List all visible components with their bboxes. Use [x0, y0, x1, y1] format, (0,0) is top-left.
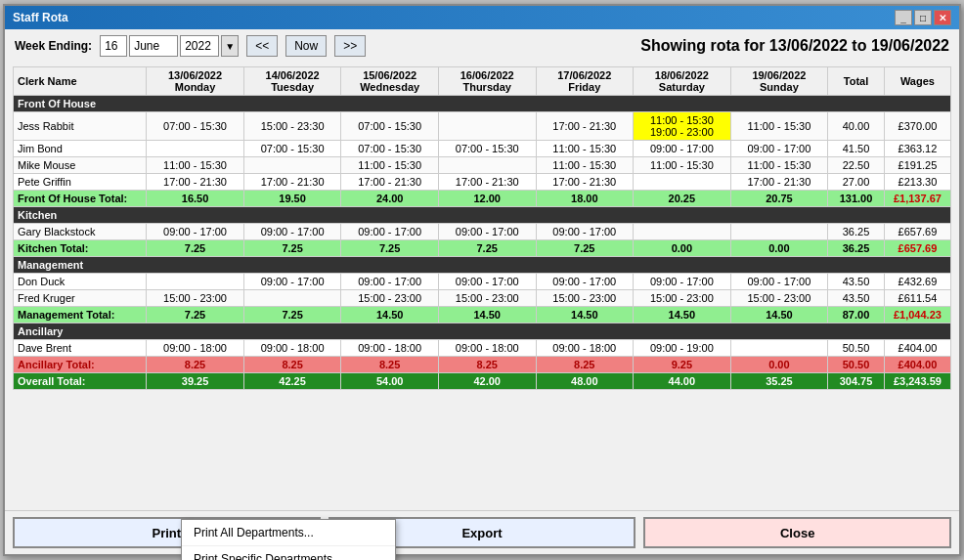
cell-jim-tue: 07:00 - 15:30: [243, 141, 341, 157]
cell-gary-wed: 09:00 - 17:00: [341, 224, 439, 240]
section-anc: Ancillary: [14, 323, 951, 340]
foh-total-total: 131.00: [828, 191, 885, 207]
cell-dave-wages: £404.00: [884, 340, 950, 357]
kitchen-total-mon: 7.25: [147, 240, 244, 257]
nav-next-button[interactable]: >>: [334, 35, 366, 57]
section-mgmt-label: Management: [14, 257, 951, 274]
overall-tue: 42.25: [243, 373, 341, 390]
foh-total-label: Front Of House Total:: [14, 191, 147, 207]
table-row: Mike Mouse 11:00 - 15:30 11:00 - 15:30 1…: [14, 157, 951, 174]
col-sun: 19/06/2022Sunday: [730, 67, 828, 96]
col-clerk-name: Clerk Name: [14, 67, 147, 96]
mgmt-total-sun: 14.50: [730, 307, 828, 323]
mgmt-total-label: Management Total:: [14, 307, 147, 323]
anc-total-wed: 8.25: [341, 357, 439, 373]
overall-thu: 42.00: [438, 373, 536, 390]
kitchen-total-sun: 0.00: [730, 240, 828, 257]
cell-dave-total: 50.50: [828, 340, 885, 357]
kitchen-total-sat: 0.00: [634, 240, 731, 257]
kitchen-total-fri: 7.25: [536, 240, 634, 257]
cell-pete-fri: 17:00 - 21:30: [536, 174, 634, 191]
cell-don-thu: 09:00 - 17:00: [438, 274, 536, 290]
cell-jim-mon: [147, 141, 244, 157]
anc-total-label: Ancillary Total:: [14, 357, 147, 373]
cell-don-fri: 09:00 - 17:00: [536, 274, 634, 290]
cell-jess-thu: [438, 112, 536, 141]
overall-total-label: Overall Total:: [14, 373, 147, 390]
cell-pete-wed: 17:00 - 21:30: [341, 174, 439, 191]
anc-total-row: Ancillary Total: 8.25 8.25 8.25 8.25 8.2…: [14, 357, 951, 373]
cell-jess-sun: 11:00 - 15:30: [730, 112, 828, 141]
date-inputs: ▼: [100, 35, 239, 57]
nav-now-button[interactable]: Now: [285, 35, 327, 57]
overall-sat: 44.00: [634, 373, 731, 390]
clerk-name: Fred Kruger: [14, 290, 147, 307]
cell-gary-thu: 09:00 - 17:00: [438, 224, 536, 240]
section-anc-label: Ancillary: [14, 323, 951, 340]
cell-don-total: 43.50: [828, 274, 885, 290]
cell-mike-thu: [438, 157, 536, 174]
date-picker-button[interactable]: ▼: [221, 35, 239, 57]
anc-total-tue: 8.25: [243, 357, 341, 373]
anc-total-fri: 8.25: [536, 357, 634, 373]
cell-gary-wages: £657.69: [884, 224, 950, 240]
week-ending-label: Week Ending:: [15, 39, 92, 53]
print-all-departments-item[interactable]: Print All Departments...: [182, 520, 395, 546]
day-input[interactable]: [100, 35, 127, 57]
table-header-row: Clerk Name 13/06/2022Monday 14/06/2022Tu…: [14, 67, 951, 96]
table-row: Jess Rabbit 07:00 - 15:30 15:00 - 23:30 …: [14, 112, 951, 141]
mgmt-total-mon: 7.25: [147, 307, 244, 323]
mgmt-total-total: 87.00: [828, 307, 885, 323]
cell-pete-total: 27.00: [828, 174, 885, 191]
section-mgmt: Management: [14, 257, 951, 274]
col-total: Total: [828, 67, 885, 96]
maximize-button[interactable]: □: [914, 10, 932, 25]
kitchen-total-row: Kitchen Total: 7.25 7.25 7.25 7.25 7.25 …: [14, 240, 951, 257]
month-input[interactable]: [129, 35, 178, 57]
cell-pete-tue: 17:00 - 21:30: [243, 174, 341, 191]
cell-jim-sun: 09:00 - 17:00: [730, 141, 828, 157]
cell-gary-mon: 09:00 - 17:00: [147, 224, 244, 240]
cell-mike-sat: 11:00 - 15:30: [634, 157, 731, 174]
anc-total-wages: £404.00: [884, 357, 950, 373]
mgmt-total-fri: 14.50: [536, 307, 634, 323]
foh-total-row: Front Of House Total: 16.50 19.50 24.00 …: [14, 191, 951, 207]
overall-sun: 35.25: [730, 373, 828, 390]
rota-table: Clerk Name 13/06/2022Monday 14/06/2022Tu…: [13, 66, 951, 390]
print-specific-departments-item[interactable]: Print Specific Departments...: [182, 546, 395, 560]
table-row: Don Duck 09:00 - 17:00 09:00 - 17:00 09:…: [14, 274, 951, 290]
col-sat: 18/06/2022Saturday: [634, 67, 731, 96]
cell-fred-wed: 15:00 - 23:00: [341, 290, 439, 307]
kitchen-total-thu: 7.25: [438, 240, 536, 257]
toolbar: Week Ending: ▼ << Now >> Showing rota fo…: [5, 29, 959, 63]
year-input[interactable]: [180, 35, 219, 57]
cell-gary-fri: 09:00 - 17:00: [536, 224, 634, 240]
cell-dave-thu: 09:00 - 18:00: [438, 340, 536, 357]
cell-jess-total: 40.00: [828, 112, 885, 141]
mgmt-total-wed: 14.50: [341, 307, 439, 323]
cell-pete-thu: 17:00 - 21:30: [438, 174, 536, 191]
table-row: Gary Blackstock 09:00 - 17:00 09:00 - 17…: [14, 224, 951, 240]
foh-total-thu: 12.00: [438, 191, 536, 207]
cell-jim-wed: 07:00 - 15:30: [341, 141, 439, 157]
cell-mike-wages: £191.25: [884, 157, 950, 174]
mgmt-total-wages: £1,044.23: [884, 307, 950, 323]
window-close-button[interactable]: ✕: [934, 10, 951, 25]
minimize-button[interactable]: _: [895, 10, 912, 25]
cell-jess-fri: 17:00 - 21:30: [536, 112, 634, 141]
table-row: Dave Brent 09:00 - 18:00 09:00 - 18:00 0…: [14, 340, 951, 357]
nav-prev-button[interactable]: <<: [246, 35, 278, 57]
footer: Print Export Close Print All Departments…: [5, 510, 959, 554]
cell-jess-wed: 07:00 - 15:30: [341, 112, 439, 141]
cell-mike-tue: [243, 157, 341, 174]
anc-total-sun: 0.00: [730, 357, 828, 373]
col-mon: 13/06/2022Monday: [147, 67, 244, 96]
cell-don-tue: 09:00 - 17:00: [243, 274, 341, 290]
cell-dave-sun: [730, 340, 828, 357]
cell-fred-tue: [243, 290, 341, 307]
foh-total-tue: 19.50: [243, 191, 341, 207]
cell-jess-mon: 07:00 - 15:30: [147, 112, 244, 141]
cell-dave-tue: 09:00 - 18:00: [243, 340, 341, 357]
cell-dave-wed: 09:00 - 18:00: [341, 340, 439, 357]
close-button[interactable]: Close: [643, 517, 951, 548]
